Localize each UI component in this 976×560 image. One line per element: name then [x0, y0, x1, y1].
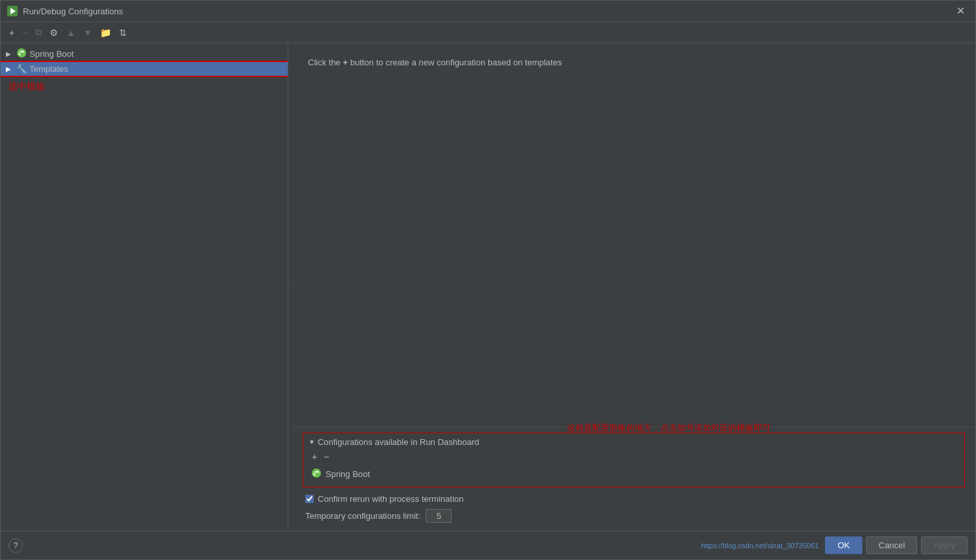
tree-item-spring-boot[interactable]: ▶ Spring Boot — [1, 46, 288, 62]
svg-point-4 — [312, 469, 321, 478]
confirm-label: Confirm rerun with process termination — [318, 494, 463, 504]
instruction-text: Click the + button to create a new confi… — [308, 56, 960, 69]
apply-button[interactable]: Apply — [921, 536, 968, 554]
temp-limit-input[interactable] — [426, 509, 452, 523]
temp-limit-row: Temporary configurations limit: — [303, 509, 965, 523]
confirm-checkbox[interactable] — [305, 495, 314, 503]
dialog-icon — [7, 6, 18, 16]
ok-button[interactable]: OK — [825, 536, 862, 554]
dashboard-item-spring-boot: Spring Boot — [309, 467, 959, 482]
dashboard-spring-boot-label: Spring Boot — [326, 469, 370, 479]
dashboard-header: ▼ Configurations available in Run Dashbo… — [309, 437, 959, 447]
sort-button[interactable]: ⇅ — [116, 25, 130, 40]
bottom-section: ▼ Configurations available in Run Dashbo… — [292, 427, 975, 531]
remove-config-button[interactable]: − — [19, 25, 31, 40]
annotation-left: 选中模板 — [1, 76, 288, 98]
right-panel: Click the + button to create a new confi… — [292, 43, 975, 531]
temp-limit-label: Temporary configurations limit: — [305, 511, 420, 521]
toolbar: + − ⧉ ⚙ ▲ ▼ 📁 ⇅ — [1, 22, 975, 43]
arrow-templates: ▶ — [6, 65, 14, 73]
tree-item-templates[interactable]: ▶ 🔧 Templates — [1, 62, 288, 76]
dialog-title: Run/Debug Configurations — [23, 7, 123, 16]
arrow-spring-boot: ▶ — [6, 50, 14, 58]
title-bar-left: Run/Debug Configurations — [7, 6, 123, 16]
left-panel: ▶ Spring Boot ▶ 🔧 Templates — [1, 43, 288, 531]
run-debug-dialog: Run/Debug Configurations ✕ + − ⧉ ⚙ ▲ ▼ 📁… — [0, 0, 976, 560]
main-content: ▶ Spring Boot ▶ 🔧 Templates — [1, 43, 975, 531]
cancel-button[interactable]: Cancel — [866, 536, 917, 554]
svg-point-3 — [19, 54, 21, 56]
tree-area: ▶ Spring Boot ▶ 🔧 Templates — [1, 43, 288, 531]
svg-point-5 — [314, 474, 316, 476]
spring-boot-icon — [16, 48, 27, 60]
dashboard-header-label: Configurations available in Run Dashboar… — [318, 437, 479, 447]
instruction-area: Click the + button to create a new confi… — [292, 43, 975, 427]
wrench-icon: 🔧 — [16, 64, 27, 74]
move-down-button[interactable]: ▼ — [80, 25, 95, 40]
svg-point-2 — [17, 48, 26, 58]
spring-boot-label: Spring Boot — [29, 49, 74, 59]
folder-button[interactable]: 📁 — [97, 25, 114, 40]
settings-button[interactable]: ⚙ — [46, 25, 61, 40]
annotation-right: 这就是配置面板的地方，点击加号添加对应的模板即可 — [567, 422, 771, 434]
footer-link[interactable]: https://blog.csdn.net/sinat_30735061 — [701, 542, 818, 550]
dashboard-chevron: ▼ — [309, 438, 315, 446]
move-up-button[interactable]: ▲ — [63, 25, 78, 40]
bottom-buttons-bar: ? https://blog.csdn.net/sinat_30735061 O… — [1, 531, 975, 559]
dashboard-box: ▼ Configurations available in Run Dashbo… — [303, 433, 965, 487]
add-config-button[interactable]: + — [6, 25, 18, 40]
dashboard-spring-icon — [311, 468, 322, 480]
dashboard-remove-button[interactable]: − — [322, 451, 331, 463]
close-button[interactable]: ✕ — [952, 5, 969, 18]
templates-label: Templates — [29, 64, 68, 74]
confirm-row: Confirm rerun with process termination — [303, 494, 965, 504]
dashboard-add-button[interactable]: + — [310, 451, 319, 463]
dashboard-controls: + − — [309, 451, 959, 463]
title-bar: Run/Debug Configurations ✕ — [1, 1, 975, 22]
help-button[interactable]: ? — [8, 538, 23, 553]
copy-config-button[interactable]: ⧉ — [32, 25, 45, 40]
